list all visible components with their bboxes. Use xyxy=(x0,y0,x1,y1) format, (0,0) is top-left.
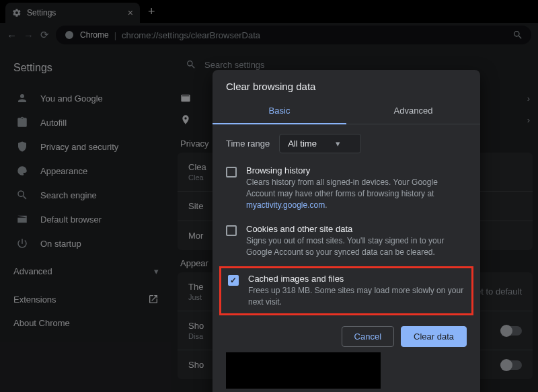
tab-strip: Settings × + xyxy=(0,0,538,23)
palette-icon xyxy=(16,165,28,177)
row-sub: Clea xyxy=(188,173,206,182)
checkbox[interactable] xyxy=(228,275,239,286)
row-sub: Disa xyxy=(188,332,204,340)
sidebar-item-default-browser[interactable]: Default browser xyxy=(0,207,172,231)
search-icon xyxy=(16,189,28,201)
time-range-row: Time range All time ▾ xyxy=(213,124,480,159)
sidebar-item-label: Autofill xyxy=(40,118,67,128)
sidebar-item-label: Default browser xyxy=(40,214,102,225)
sidebar-item-label: About Chrome xyxy=(13,318,70,328)
sidebar-extensions[interactable]: Extensions xyxy=(0,287,172,311)
option-cached[interactable]: Cached images and files Frees up 318 MB.… xyxy=(228,274,465,308)
option-title: Cookies and other site data xyxy=(246,224,467,234)
sidebar-item-label: You and Google xyxy=(40,93,103,104)
row-sub: Just xyxy=(188,293,203,301)
forward-button[interactable]: → xyxy=(24,30,34,41)
browser-tab[interactable]: Settings × xyxy=(5,3,140,23)
person-icon xyxy=(16,92,28,104)
toggle[interactable] xyxy=(502,326,522,336)
gear-icon xyxy=(12,8,22,17)
cancel-button[interactable]: Cancel xyxy=(342,326,394,347)
sidebar-item-label: Extensions xyxy=(13,295,56,305)
button-label: Cancel xyxy=(354,331,381,342)
clear-data-button[interactable]: Clear data xyxy=(401,326,467,347)
tab-title: Settings xyxy=(27,8,56,17)
browser-toolbar: ← → ⟳ Chrome | chrome://settings/clearBr… xyxy=(0,23,538,47)
button-label: Clear data xyxy=(414,331,454,342)
sidebar-item-appearance[interactable]: Appearance xyxy=(0,159,172,183)
modal-tabs: Basic Advanced xyxy=(213,99,480,124)
search-icon[interactable] xyxy=(512,30,523,40)
option-desc: Frees up 318 MB. Some sites may load mor… xyxy=(248,285,465,308)
tab-advanced[interactable]: Advanced xyxy=(346,99,480,124)
search-placeholder: Search settings xyxy=(204,60,265,70)
time-range-select[interactable]: All time ▾ xyxy=(279,134,361,153)
select-value: All time xyxy=(288,139,317,149)
sidebar-item-on-startup[interactable]: On startup xyxy=(0,231,172,256)
sidebar-about[interactable]: About Chrome xyxy=(0,311,172,335)
clipboard-icon xyxy=(16,116,28,128)
highlighted-option: Cached images and files Frees up 318 MB.… xyxy=(219,266,473,315)
browser-icon xyxy=(16,213,28,225)
chrome-icon xyxy=(64,30,75,40)
reload-button[interactable]: ⟳ xyxy=(40,29,49,41)
checkbox[interactable] xyxy=(226,225,237,236)
tab-basic[interactable]: Basic xyxy=(213,99,346,124)
sidebar-item-privacy[interactable]: Privacy and security xyxy=(0,134,172,159)
open-external-icon xyxy=(148,294,159,305)
time-range-label: Time range xyxy=(226,139,270,149)
row-title: Clea xyxy=(188,162,206,172)
myactivity-link[interactable]: myactivity.google.com xyxy=(246,200,325,210)
option-browsing-history[interactable]: Browsing history Clears history from all… xyxy=(213,159,480,217)
option-title: Browsing history xyxy=(246,165,467,175)
row-title: Sho xyxy=(188,321,204,331)
sidebar-item-label: Privacy and security xyxy=(40,142,118,152)
chevron-right-icon: › xyxy=(527,115,530,125)
option-cookies[interactable]: Cookies and other site data Signs you ou… xyxy=(213,217,480,265)
close-icon[interactable]: × xyxy=(128,7,133,18)
sidebar-item-label: Advanced xyxy=(13,266,52,276)
modal-buttons: Cancel Clear data xyxy=(213,317,480,352)
clear-browsing-data-modal: Clear browsing data Basic Advanced Time … xyxy=(213,70,480,392)
row-title: Sho xyxy=(188,360,204,370)
card-icon xyxy=(180,93,191,104)
redacted-area xyxy=(226,352,381,389)
modal-title: Clear browsing data xyxy=(213,70,480,99)
row-title: Mor xyxy=(188,231,203,241)
sidebar-item-autofill[interactable]: Autofill xyxy=(0,110,172,134)
chevron-down-icon: ▾ xyxy=(154,266,159,276)
option-title: Cached images and files xyxy=(248,274,465,284)
chevron-down-icon: ▾ xyxy=(336,139,340,149)
checkbox[interactable] xyxy=(226,167,237,178)
sidebar-advanced[interactable]: Advanced▾ xyxy=(0,256,172,287)
row-title: The xyxy=(188,282,203,292)
sidebar-item-search-engine[interactable]: Search engine xyxy=(0,183,172,207)
sidebar-item-label: Appearance xyxy=(40,166,87,176)
settings-sidebar: Settings You and Google Autofill Privacy… xyxy=(0,47,172,392)
tab-label: Basic xyxy=(269,106,291,116)
omnibox-url: chrome://settings/clearBrowserData xyxy=(122,30,260,40)
tab-label: Advanced xyxy=(394,106,433,116)
location-icon xyxy=(180,114,191,125)
sidebar-item-label: Search engine xyxy=(40,190,97,200)
toggle[interactable] xyxy=(502,360,522,370)
svg-point-0 xyxy=(65,31,73,39)
shield-icon xyxy=(16,141,28,153)
option-desc: Signs you out of most sites. You'll stay… xyxy=(246,235,467,258)
back-button[interactable]: ← xyxy=(7,30,17,41)
chevron-right-icon: › xyxy=(527,93,530,104)
page-title: Settings xyxy=(0,54,172,86)
search-icon xyxy=(186,59,196,70)
option-desc: Clears history from all signed-in device… xyxy=(246,177,467,210)
row-title: Site xyxy=(188,201,203,211)
omnibox-origin: Chrome xyxy=(80,30,109,40)
omnibox[interactable]: Chrome | chrome://settings/clearBrowserD… xyxy=(56,26,531,44)
power-icon xyxy=(16,237,28,249)
new-tab-button[interactable]: + xyxy=(148,5,155,19)
sidebar-item-you-and-google[interactable]: You and Google xyxy=(0,86,172,110)
sidebar-item-label: On startup xyxy=(40,239,81,249)
